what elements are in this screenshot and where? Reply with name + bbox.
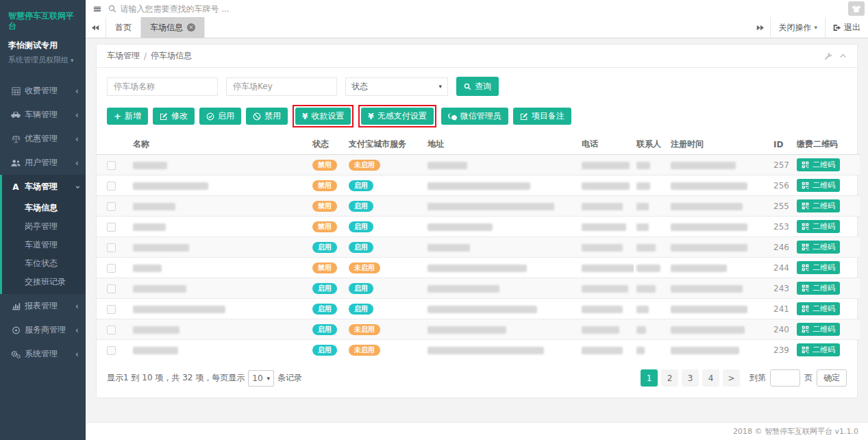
row-checkbox[interactable]: [107, 284, 116, 293]
qr-code-button[interactable]: 二维码: [797, 179, 840, 192]
disable-button[interactable]: 禁用: [246, 108, 288, 125]
page-button-3[interactable]: 3: [682, 369, 699, 387]
add-button[interactable]: +新增: [107, 108, 148, 125]
scroll-tabs-right-button[interactable]: [749, 17, 770, 38]
sidebar-item-discounts[interactable]: 优惠管理‹: [0, 127, 86, 151]
sidebar-item-parking[interactable]: A车场管理‹: [2, 175, 86, 199]
breadcrumb-section[interactable]: 车场管理: [107, 50, 140, 62]
page-size-select[interactable]: 10 ▾: [248, 370, 274, 387]
user-role-dropdown[interactable]: 系统管理员权限组▾: [8, 55, 77, 65]
close-icon[interactable]: ✕: [187, 23, 195, 32]
cell-register-time: [668, 340, 771, 360]
parking-name-input[interactable]: [107, 77, 218, 96]
cell-qr: 二维码: [794, 299, 860, 319]
close-operations-dropdown[interactable]: 关闭操作 ▾: [770, 17, 825, 38]
edit-button[interactable]: 修改: [153, 108, 195, 125]
qr-code-button[interactable]: 二维码: [797, 158, 840, 171]
row-checkbox[interactable]: [107, 202, 116, 211]
sidebar-subitem-parking-info[interactable]: 车场信息: [2, 199, 86, 217]
redacted-text: [582, 162, 630, 169]
redacted-text: [671, 244, 747, 252]
sidebar-section-vehicles: 车辆管理‹: [0, 103, 86, 127]
cell-status: 启用: [310, 278, 346, 299]
qr-button-label: 二维码: [813, 201, 835, 211]
cell-id: 243: [771, 278, 794, 299]
redacted-text: [636, 223, 649, 231]
next-page-button[interactable]: >: [723, 369, 740, 387]
page-button-4[interactable]: 4: [702, 369, 719, 387]
tab-home[interactable]: 首页: [106, 17, 141, 38]
redacted-text: [671, 326, 745, 334]
row-checkbox[interactable]: [107, 161, 116, 170]
nosense-pay-settings-button[interactable]: ¥无感支付设置: [361, 108, 433, 125]
qr-code-button[interactable]: 二维码: [797, 282, 840, 295]
sidebar-subitem-booth[interactable]: 岗亭管理: [2, 217, 86, 236]
row-checkbox[interactable]: [107, 182, 116, 191]
panel-header: 车场管理 / 停车场信息: [97, 45, 857, 68]
row-checkbox[interactable]: [107, 223, 116, 232]
row-checkbox[interactable]: [107, 346, 116, 355]
panel-tools: [824, 52, 847, 60]
row-checkbox[interactable]: [107, 243, 116, 252]
search-button[interactable]: 查询: [456, 77, 499, 96]
sidebar-item-providers[interactable]: 服务商管理‹: [0, 318, 86, 342]
chevron-left-icon: ‹: [75, 160, 79, 167]
wechat-admin-button[interactable]: 微信管理员: [441, 108, 508, 125]
sidebar-section-providers: 服务商管理‹: [0, 318, 86, 342]
enable-button[interactable]: 启用: [199, 108, 241, 125]
chevron-down-icon: ‹: [73, 185, 80, 188]
sidebar-item-users[interactable]: 用户管理‹: [0, 151, 86, 175]
pagination-summary-prefix: 显示1 到 10 项，共 32 项，每页显示: [107, 372, 245, 384]
qr-code-icon: [802, 243, 809, 251]
logout-button[interactable]: 退出: [825, 17, 868, 38]
wrench-icon[interactable]: [824, 52, 832, 60]
parking-key-input[interactable]: [226, 77, 337, 96]
plate-search-input[interactable]: [120, 4, 298, 14]
check-circle-icon: [206, 112, 214, 121]
cell-alipay-service: 未启用: [346, 319, 425, 340]
sidebar-item-fees[interactable]: 收费管理‹: [0, 79, 86, 103]
qr-code-button[interactable]: 二维码: [797, 199, 840, 212]
goto-confirm-button[interactable]: 确定: [817, 369, 847, 387]
payment-settings-button[interactable]: ¥收款设置: [295, 108, 351, 125]
alipay-service-badge: 未启用: [349, 262, 380, 273]
cell-alipay-service: 未启用: [346, 340, 425, 360]
qr-code-button[interactable]: 二维码: [797, 343, 840, 356]
alipay-service-badge: 启用: [349, 180, 373, 191]
qr-code-button[interactable]: 二维码: [797, 241, 840, 254]
redacted-text: [671, 223, 747, 231]
theme-button[interactable]: [848, 1, 865, 16]
status-select[interactable]: 状态 ▾: [345, 77, 448, 96]
chevron-left-icon: ‹: [75, 351, 79, 358]
pagination-summary: 显示1 到 10 项，共 32 项，每页显示 10 ▾ 条记录: [107, 370, 302, 387]
redacted-text: [582, 306, 623, 313]
qr-code-button[interactable]: 二维码: [797, 323, 840, 336]
collapse-icon[interactable]: [839, 52, 847, 60]
cell-status: 禁用: [310, 258, 346, 278]
qr-code-button[interactable]: 二维码: [797, 302, 840, 315]
menu-toggle-icon[interactable]: ≡: [92, 3, 101, 14]
sidebar-nav: 收费管理‹车辆管理‹优惠管理‹用户管理‹A车场管理‹车场信息岗亭管理车道管理车位…: [0, 79, 86, 366]
goto-page-input[interactable]: [770, 369, 800, 387]
qr-code-button[interactable]: 二维码: [797, 261, 840, 274]
tab-label: 首页: [115, 22, 132, 34]
sidebar-item-reports[interactable]: 报表管理‹: [0, 294, 86, 318]
row-checkbox[interactable]: [107, 326, 116, 334]
goto-label: 到第: [749, 372, 766, 384]
scroll-tabs-left-button[interactable]: [86, 17, 106, 38]
sidebar-subitem-lane[interactable]: 车道管理: [2, 236, 86, 254]
parking-icon: A: [10, 182, 21, 192]
sidebar-item-vehicles[interactable]: 车辆管理‹: [0, 103, 86, 127]
sidebar-item-system[interactable]: 系统管理‹: [0, 342, 86, 366]
caret-down-icon: ▾: [267, 375, 271, 382]
tab-parking-info[interactable]: 车场信息✕: [141, 17, 205, 38]
page-button-1[interactable]: 1: [641, 369, 658, 387]
sidebar-subitem-space-status[interactable]: 车位状态: [2, 254, 86, 273]
project-note-button[interactable]: 项目备注: [513, 108, 571, 125]
sidebar-subitem-shift-log[interactable]: 交接班记录: [2, 273, 86, 291]
redacted-text: [671, 285, 743, 293]
row-checkbox[interactable]: [107, 305, 116, 314]
page-button-2[interactable]: 2: [661, 369, 678, 387]
row-checkbox[interactable]: [107, 264, 116, 273]
qr-code-button[interactable]: 二维码: [797, 220, 840, 233]
